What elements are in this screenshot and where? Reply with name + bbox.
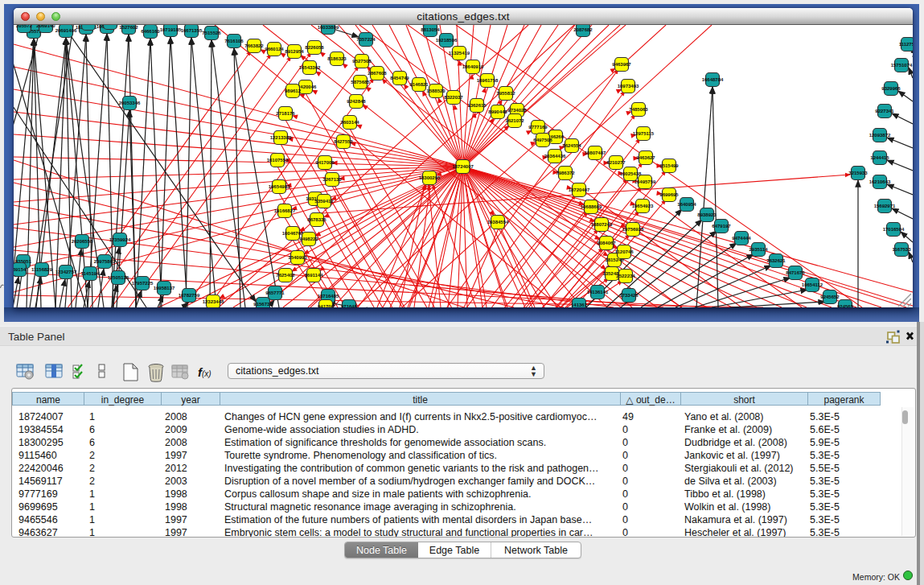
svg-text:10046768: 10046768 <box>282 231 304 236</box>
svg-text:7663822: 7663822 <box>244 43 264 48</box>
svg-text:9463967: 9463967 <box>612 62 631 67</box>
svg-text:17957225: 17957225 <box>132 281 154 286</box>
svg-text:141361: 141361 <box>571 303 588 307</box>
svg-text:1145194: 1145194 <box>80 271 100 276</box>
svg-text:7632621: 7632621 <box>766 258 786 263</box>
svg-text:6210277: 6210277 <box>606 160 626 165</box>
svg-text:1733426: 1733426 <box>619 293 639 298</box>
svg-text:9417006: 9417006 <box>315 160 335 165</box>
svg-text:19654923: 19654923 <box>632 204 654 208</box>
svg-text:971648: 971648 <box>341 304 358 307</box>
svg-text:2603144: 2603144 <box>340 120 359 125</box>
svg-text:18724007: 18724007 <box>452 164 474 169</box>
svg-text:9156731: 9156731 <box>253 302 273 307</box>
svg-text:5359412: 5359412 <box>314 199 334 204</box>
svg-text:6466160: 6466160 <box>141 29 160 34</box>
svg-text:1640954: 1640954 <box>677 202 696 207</box>
svg-text:11156829: 11156829 <box>31 267 53 272</box>
svg-text:19654983: 19654983 <box>269 184 290 189</box>
svg-text:1244415: 1244415 <box>870 155 889 160</box>
svg-text:16648784: 16648784 <box>702 77 724 82</box>
svg-text:8471676: 8471676 <box>786 270 805 275</box>
svg-text:9329966: 9329966 <box>881 86 901 91</box>
svg-text:19958137: 19958137 <box>154 286 175 290</box>
svg-text:18300295: 18300295 <box>419 175 441 180</box>
svg-text:8813054: 8813054 <box>421 27 440 32</box>
svg-text:12323448: 12323448 <box>203 299 224 304</box>
svg-text:6479197: 6479197 <box>712 224 731 229</box>
svg-text:2069140: 2069140 <box>36 25 55 28</box>
svg-text:12505135: 12505135 <box>108 275 129 280</box>
svg-text:1691144: 1691144 <box>304 273 323 278</box>
svg-text:1167533: 1167533 <box>892 247 911 252</box>
svg-text:10025438: 10025438 <box>620 171 642 176</box>
svg-text:9084067: 9084067 <box>597 241 616 245</box>
svg-text:17359924: 17359924 <box>109 237 131 242</box>
svg-text:7625402: 7625402 <box>276 273 295 278</box>
svg-text:10719185: 10719185 <box>160 27 182 32</box>
svg-text:1621072: 1621072 <box>505 118 524 123</box>
svg-text:18720407: 18720407 <box>569 187 590 192</box>
svg-text:10973493: 10973493 <box>618 84 639 89</box>
svg-text:12213389: 12213389 <box>270 135 292 140</box>
svg-text:8427552: 8427552 <box>334 139 353 144</box>
svg-text:16782759: 16782759 <box>179 293 200 298</box>
svg-text:15692971: 15692971 <box>874 204 896 208</box>
svg-text:9777169: 9777169 <box>528 125 548 130</box>
svg-text:11325419: 11325419 <box>449 51 470 56</box>
svg-text:12975115: 12975115 <box>633 131 655 136</box>
svg-text:10654112: 10654112 <box>802 282 823 287</box>
svg-text:8678335: 8678335 <box>307 217 326 222</box>
svg-text:2718176: 2718176 <box>276 111 295 116</box>
svg-text:941700: 941700 <box>318 304 335 307</box>
svg-text:8322037: 8322037 <box>444 95 463 100</box>
svg-text:14136141: 14136141 <box>587 290 609 295</box>
svg-text:17016504: 17016504 <box>883 227 905 232</box>
svg-text:9660124: 9660124 <box>265 47 284 51</box>
svg-text:9527508: 9527508 <box>352 59 372 64</box>
svg-text:9734028: 9734028 <box>507 108 527 113</box>
svg-text:15751074: 15751074 <box>891 63 913 68</box>
svg-text:8938923: 8938923 <box>697 212 717 217</box>
svg-text:7357224: 7357224 <box>356 37 376 42</box>
svg-text:12093872: 12093872 <box>869 133 891 138</box>
svg-text:10688609: 10688609 <box>581 204 602 209</box>
svg-text:7986372: 7986372 <box>556 171 575 175</box>
svg-text:16961758: 16961758 <box>477 78 499 83</box>
svg-text:1588520: 1588520 <box>426 89 446 93</box>
svg-text:2087682: 2087682 <box>573 27 593 32</box>
svg-text:3267130: 3267130 <box>322 177 342 182</box>
svg-text:1120746: 1120746 <box>614 249 634 254</box>
svg-text:8226058: 8226058 <box>305 45 324 50</box>
svg-text:8454749: 8454749 <box>390 76 409 80</box>
svg-text:9146821: 9146821 <box>409 82 429 87</box>
svg-text:16543362: 16543362 <box>299 65 321 70</box>
svg-text:20053346: 20053346 <box>119 101 141 105</box>
svg-text:9498222: 9498222 <box>299 237 318 241</box>
svg-text:2867608: 2867608 <box>368 71 387 76</box>
svg-text:7955812: 7955812 <box>496 91 515 96</box>
svg-text:1112753: 1112753 <box>899 42 913 47</box>
svg-text:19218506: 19218506 <box>436 38 458 43</box>
svg-text:8186323: 8186323 <box>327 56 347 61</box>
svg-text:19166827: 19166827 <box>274 208 296 213</box>
svg-text:1540993: 1540993 <box>288 255 307 260</box>
svg-text:16495759: 16495759 <box>634 179 656 184</box>
svg-text:16033809: 16033809 <box>318 25 339 30</box>
svg-text:2935114: 2935114 <box>749 247 768 252</box>
svg-text:9699695: 9699695 <box>659 192 679 197</box>
svg-text:16210643: 16210643 <box>869 179 891 184</box>
svg-text:18807249: 18807249 <box>591 222 613 227</box>
svg-text:12342757: 12342757 <box>55 270 77 274</box>
svg-text:16671355: 16671355 <box>181 28 203 33</box>
svg-text:1362615: 1362615 <box>467 103 487 108</box>
svg-text:9463627: 9463627 <box>636 155 655 160</box>
svg-text:106532: 106532 <box>80 25 97 26</box>
svg-text:8912954: 8912954 <box>285 49 304 54</box>
svg-text:1527602: 1527602 <box>119 25 138 30</box>
svg-text:10807487: 10807487 <box>585 150 606 155</box>
svg-text:924565: 924565 <box>837 304 854 307</box>
svg-text:23975867: 23975867 <box>94 259 116 264</box>
svg-text:39154: 39154 <box>14 267 27 272</box>
svg-text:7515526: 7515526 <box>202 31 221 35</box>
